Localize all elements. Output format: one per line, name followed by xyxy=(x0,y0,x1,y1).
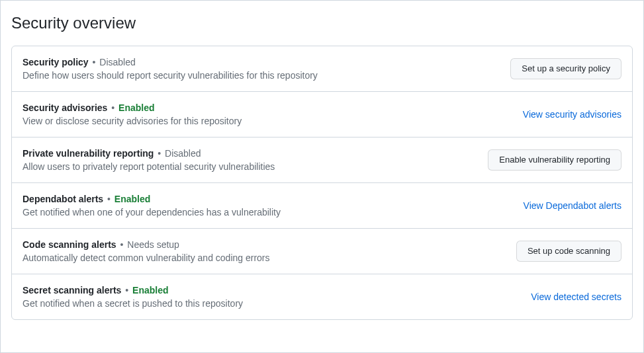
row-action: View detected secrets xyxy=(531,292,621,302)
row-title-line: Secret scanning alerts • Enabled xyxy=(23,285,520,295)
row-content: Security advisories • EnabledView or dis… xyxy=(23,102,512,126)
status-badge: Enabled xyxy=(118,102,154,113)
view-security-advisories-link[interactable]: View security advisories xyxy=(523,109,621,120)
row-content: Dependabot alerts • EnabledGet notified … xyxy=(23,194,513,217)
security-panel: Security policy • DisabledDefine how use… xyxy=(11,46,633,320)
status-badge: Enabled xyxy=(115,194,150,204)
status-badge: Disabled xyxy=(165,148,201,159)
row-content: Security policy • DisabledDefine how use… xyxy=(23,57,500,81)
status-badge: Enabled xyxy=(132,285,168,295)
row-title-line: Security policy • Disabled xyxy=(23,57,500,67)
secret-scanning-alerts-row: Secret scanning alerts • EnabledGet noti… xyxy=(12,274,632,319)
row-title: Code scanning alerts xyxy=(23,239,116,250)
setup-security-policy-button[interactable]: Set up a security policy xyxy=(510,58,621,79)
row-description: Allow users to privately report potentia… xyxy=(23,161,477,172)
row-action: View security advisories xyxy=(523,109,621,120)
status-badge: Needs setup xyxy=(127,239,179,250)
private-vulnerability-reporting-row: Private vulnerability reporting • Disabl… xyxy=(12,137,632,183)
separator: • xyxy=(90,57,99,67)
row-title: Secret scanning alerts xyxy=(23,285,121,295)
row-title: Dependabot alerts xyxy=(23,194,103,204)
status-badge: Disabled xyxy=(99,57,135,67)
row-action: View Dependabot alerts xyxy=(524,200,621,211)
security-overview-container: Security overview Security policy • Disa… xyxy=(0,0,644,353)
view-detected-secrets-link[interactable]: View detected secrets xyxy=(531,292,621,302)
row-title-line: Security advisories • Enabled xyxy=(23,102,512,113)
dependabot-alerts-row: Dependabot alerts • EnabledGet notified … xyxy=(12,183,632,229)
security-policy-row: Security policy • DisabledDefine how use… xyxy=(12,46,632,92)
code-scanning-alerts-row: Code scanning alerts • Needs setupAutoma… xyxy=(12,229,632,274)
row-action: Set up code scanning xyxy=(516,241,621,262)
separator: • xyxy=(118,239,126,250)
row-action: Enable vulnerability reporting xyxy=(488,149,621,171)
row-description: Get notified when one of your dependenci… xyxy=(23,207,513,217)
security-advisories-row: Security advisories • EnabledView or dis… xyxy=(12,92,632,137)
row-content: Code scanning alerts • Needs setupAutoma… xyxy=(23,239,506,263)
row-title: Private vulnerability reporting xyxy=(23,148,154,159)
separator: • xyxy=(122,285,131,295)
row-description: Automatically detect common vulnerabilit… xyxy=(23,253,506,263)
row-title: Security policy xyxy=(23,57,89,67)
enable-vulnerability-reporting-button[interactable]: Enable vulnerability reporting xyxy=(488,149,621,171)
separator: • xyxy=(105,194,113,204)
row-title-line: Dependabot alerts • Enabled xyxy=(23,194,513,204)
row-content: Secret scanning alerts • EnabledGet noti… xyxy=(23,285,520,309)
separator: • xyxy=(109,102,117,113)
page-title: Security overview xyxy=(11,14,633,32)
row-action: Set up a security policy xyxy=(510,58,621,79)
row-title-line: Code scanning alerts • Needs setup xyxy=(23,239,506,250)
row-description: View or disclose security advisories for… xyxy=(23,116,512,126)
row-title-line: Private vulnerability reporting • Disabl… xyxy=(23,148,477,159)
setup-code-scanning-button[interactable]: Set up code scanning xyxy=(516,241,621,262)
view-dependabot-alerts-link[interactable]: View Dependabot alerts xyxy=(524,200,621,211)
row-title: Security advisories xyxy=(23,102,107,113)
separator: • xyxy=(155,148,163,159)
row-description: Define how users should report security … xyxy=(23,70,500,81)
row-description: Get notified when a secret is pushed to … xyxy=(23,298,520,309)
row-content: Private vulnerability reporting • Disabl… xyxy=(23,148,477,172)
